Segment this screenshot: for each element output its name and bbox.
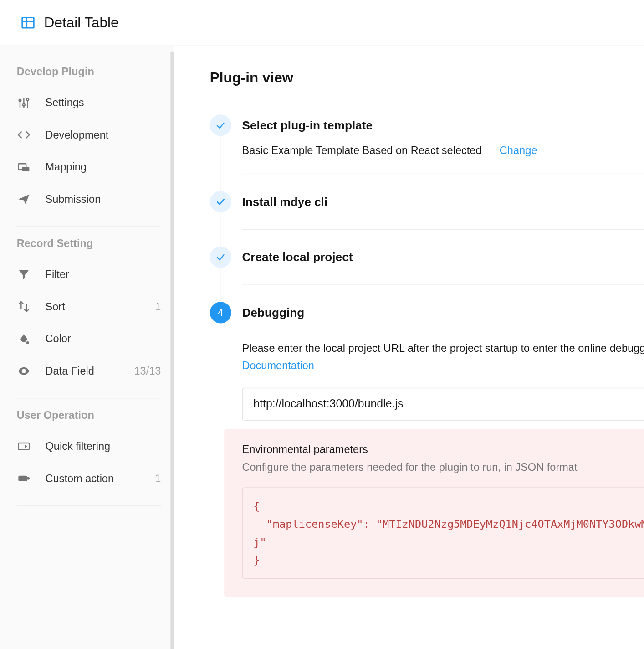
change-link[interactable]: Change [500,144,537,157]
nav-label: Quick filtering [45,440,161,452]
sliders-icon [17,95,31,109]
env-panel: Environmental parameters Configure the p… [224,429,644,597]
eye-icon [17,364,31,378]
nav-data-field[interactable]: Data Field 13/13 [17,355,161,387]
step-number: 4 [210,302,231,323]
section-user-operation: User Operation [17,409,161,422]
nav-mapping[interactable]: Mapping [17,151,161,183]
sort-icon [17,299,31,314]
step-title: Install mdye cli [242,191,644,212]
env-json-input[interactable]: { "maplicenseKey": "MTIzNDU2Nzg5MDEyMzQ1… [242,488,644,579]
nav-development[interactable]: Development [17,118,161,151]
svg-point-10 [26,98,29,101]
step-connector [220,136,220,193]
check-icon [210,247,231,268]
color-icon [17,332,31,346]
nav-badge: 1 [155,300,161,313]
nav-quick-filtering[interactable]: Quick filtering [17,430,161,463]
nav-color[interactable]: Color [17,323,161,355]
nav-custom-action[interactable]: Custom action 1 [17,462,161,494]
check-icon [210,114,231,136]
nav-filter[interactable]: Filter [17,258,161,291]
step-connector [220,268,220,304]
step-4: 4 Debugging Please enter the local proje… [210,302,644,613]
nav-label: Custom action [45,472,155,484]
detail-modal: Detail Table Develop Plugin Settings [0,0,644,649]
svg-point-16 [27,477,30,480]
step-1: Select plug-in template Basic Example Te… [210,114,644,191]
quick-filter-icon [17,439,31,453]
nav-submission[interactable]: Submission [17,183,161,216]
page-title: Plug-in view [210,69,644,86]
svg-rect-12 [22,167,30,172]
env-title: Environmental parameters [242,443,644,455]
nav-badge: 13/13 [134,365,161,377]
nav-label: Sort [45,300,155,313]
table-icon [20,15,36,30]
step-subtitle: Basic Example Template Based on React se… [242,144,481,157]
nav-settings[interactable]: Settings [17,87,161,119]
check-icon [210,191,231,212]
nav-label: Development [45,129,161,141]
step-connector [220,212,220,249]
step-title: Create local project [242,247,644,268]
modal-title: Detail Table [44,14,119,31]
project-url-input[interactable] [242,387,644,420]
nav-badge: 1 [155,472,161,484]
svg-point-13 [26,341,29,344]
svg-rect-0 [22,17,34,28]
section-record-setting: Record Setting [17,237,161,250]
section-develop-plugin: Develop Plugin [17,66,161,78]
custom-action-icon [17,471,31,485]
svg-point-6 [19,99,21,102]
divider [242,229,644,230]
sidebar: Develop Plugin Settings Devel [0,45,174,649]
modal-body: Develop Plugin Settings Devel [0,45,644,649]
step-title: Debugging [242,302,644,323]
filter-icon [17,267,31,281]
mapping-icon [17,160,31,174]
step-3: Create local project [210,247,644,302]
steps: Select plug-in template Basic Example Te… [210,114,644,613]
nav-sort[interactable]: Sort 1 [17,290,161,323]
divider [17,226,161,227]
step-description: Please enter the local project URL after… [242,340,644,374]
svg-rect-14 [18,443,29,449]
code-icon [17,128,31,142]
modal-header: Detail Table [0,0,644,45]
svg-rect-15 [18,476,27,481]
nav-label: Settings [45,96,161,108]
divider [17,398,161,398]
send-icon [17,192,31,206]
step-2: Install mdye cli [210,191,644,247]
nav-label: Mapping [45,161,161,173]
nav-label: Color [45,333,161,345]
main-content: Plug-in view Select plug-in template Bas… [174,45,644,649]
divider [17,505,161,506]
svg-point-8 [23,104,25,106]
nav-label: Data Field [45,365,134,377]
divider [242,174,644,174]
step-title: Select plug-in template [242,114,644,136]
nav-label: Submission [45,193,161,205]
divider [242,284,644,285]
env-description: Configure the parameters needed for the … [242,459,644,476]
nav-label: Filter [45,268,161,280]
